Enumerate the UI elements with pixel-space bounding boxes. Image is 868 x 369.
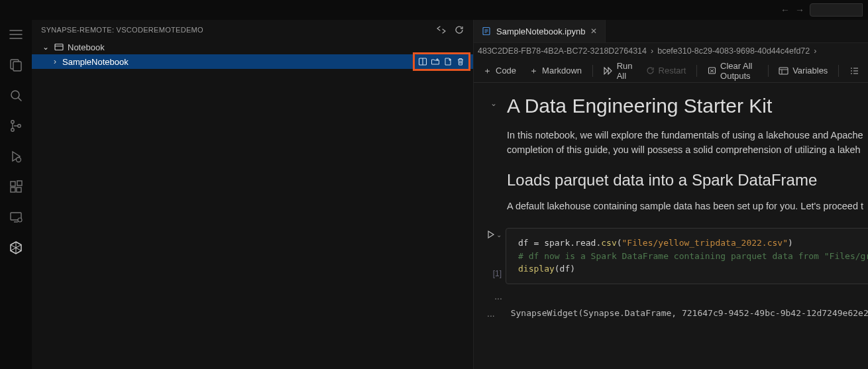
explorer-icon[interactable]: [8, 57, 24, 73]
md-heading-1: A Data Engineering Starter Kit: [507, 95, 863, 117]
output-collapsed-row: ...: [487, 291, 868, 301]
svg-rect-1: [13, 62, 21, 71]
md-paragraph: A default lakehouse containing sample da…: [507, 199, 863, 213]
close-icon[interactable]: ✕: [590, 26, 597, 36]
breadcrumb-seg: 483C2DE8-FB78-4B2A-BC72-3218D2764314: [478, 46, 647, 56]
search-icon[interactable]: [8, 87, 24, 103]
execution-count: [1]: [493, 269, 502, 278]
side-panel: SYNAPSE-REMOTE: VSCODEREMOTEDEMO ⌄ Noteb…: [32, 20, 474, 369]
md-heading-2: Loads parquet data into a Spark DataFram…: [507, 171, 863, 189]
tab-label: SampleNotebook.ipynb: [496, 26, 585, 36]
chevron-right-icon: ›: [50, 57, 60, 66]
remote-explorer-icon[interactable]: [8, 209, 24, 225]
svg-point-4: [11, 129, 14, 131]
markdown-cell[interactable]: ⌄ A Data Engineering Starter Kit In this…: [487, 89, 868, 225]
nav-forward[interactable]: →: [795, 5, 804, 15]
tree-folder-notebook[interactable]: ⌄ Notebook: [32, 40, 473, 54]
variables-icon: [779, 67, 788, 75]
open-side-icon[interactable]: [417, 56, 428, 67]
tree-item-actions-highlight: [413, 52, 470, 71]
md-paragraph: completion of this guide, you will posse…: [507, 142, 863, 157]
delete-icon[interactable]: [455, 56, 466, 67]
collapse-icon[interactable]: ⌄: [490, 99, 497, 108]
svg-rect-7: [11, 182, 15, 186]
notebook-file-icon: [482, 26, 491, 36]
add-code-button[interactable]: ＋ Code: [478, 62, 521, 79]
svg-point-3: [11, 121, 14, 123]
outline-button[interactable]: [844, 64, 864, 78]
chevron-down-icon: ⌄: [496, 231, 502, 238]
tab-samplenotebook[interactable]: SampleNotebook.ipynb ✕: [474, 20, 606, 42]
run-cell-button[interactable]: ⌄: [487, 231, 502, 238]
md-paragraph: In this notebook, we will explore the fu…: [507, 128, 863, 142]
clear-outputs-button[interactable]: Clear All Outputs: [702, 58, 762, 83]
variables-button[interactable]: Variables: [773, 63, 833, 78]
synapse-icon[interactable]: [8, 240, 24, 256]
tree-folder-label: Notebook: [68, 42, 105, 52]
refresh-icon[interactable]: [455, 25, 464, 34]
outline-icon: [849, 67, 859, 75]
clear-icon: [708, 66, 716, 75]
run-all-icon: [604, 67, 613, 75]
editor-tabs: SampleNotebook.ipynb ✕: [474, 20, 868, 43]
chevron-down-icon: ⌄: [41, 42, 50, 52]
code-cell[interactable]: ⌄ [1] df = spark.read.csv("Files/yellow_…: [487, 228, 868, 284]
output-row: ... SynapseWidget(Synapse.DataFrame, 721…: [487, 308, 868, 319]
activity-bar: [0, 20, 32, 369]
new-file-icon[interactable]: [443, 56, 453, 67]
svg-point-12: [18, 218, 22, 222]
output-text: SynapseWidget(Synapse.DataFrame, 721647c…: [499, 308, 868, 319]
code-editor[interactable]: df = spark.read.csv("Files/yellow_tripda…: [506, 228, 868, 284]
restart-icon: [646, 66, 655, 75]
breadcrumb-sep: ›: [814, 46, 816, 56]
svg-point-6: [17, 158, 21, 162]
tree-item-label: SampleNotebook: [62, 57, 129, 67]
more-icon[interactable]: ...: [487, 291, 510, 301]
run-all-button[interactable]: Run All: [598, 58, 638, 83]
svg-rect-9: [17, 187, 21, 192]
tree-item-samplenotebook[interactable]: › SampleNotebook: [32, 54, 473, 69]
run-debug-icon[interactable]: [8, 148, 24, 164]
more-icon[interactable]: ...: [487, 308, 495, 319]
plus-icon: ＋: [529, 65, 538, 77]
svg-rect-8: [11, 187, 15, 192]
svg-rect-13: [55, 44, 63, 50]
menu-icon[interactable]: [8, 26, 24, 42]
new-folder-icon[interactable]: [430, 56, 441, 67]
breadcrumb[interactable]: 483C2DE8-FB78-4B2A-BC72-3218D2764314 › b…: [474, 43, 868, 59]
editor-area: SampleNotebook.ipynb ✕ 483C2DE8-FB78-4B2…: [474, 20, 868, 369]
nav-back[interactable]: ←: [781, 5, 790, 15]
breadcrumb-seg: bcefe310-8c29-4083-9698-40d44c4efd72: [657, 46, 810, 56]
svg-point-5: [18, 125, 21, 127]
add-markdown-button[interactable]: ＋ Markdown: [524, 62, 587, 79]
svg-rect-10: [17, 181, 22, 185]
source-control-icon[interactable]: [8, 118, 24, 134]
notebook-folder-icon: [54, 43, 64, 51]
plus-icon: ＋: [483, 65, 492, 77]
breadcrumb-sep: ›: [651, 46, 653, 56]
panel-title: SYNAPSE-REMOTE: VSCODEREMOTEDEMO: [41, 26, 203, 34]
sync-icon[interactable]: [436, 25, 447, 34]
notebook-toolbar: ＋ Code ＋ Markdown Run All Restart Clear …: [474, 59, 868, 83]
restart-button: Restart: [641, 63, 692, 78]
svg-rect-17: [779, 68, 788, 74]
extensions-icon[interactable]: [8, 179, 24, 195]
command-search[interactable]: [810, 3, 863, 17]
